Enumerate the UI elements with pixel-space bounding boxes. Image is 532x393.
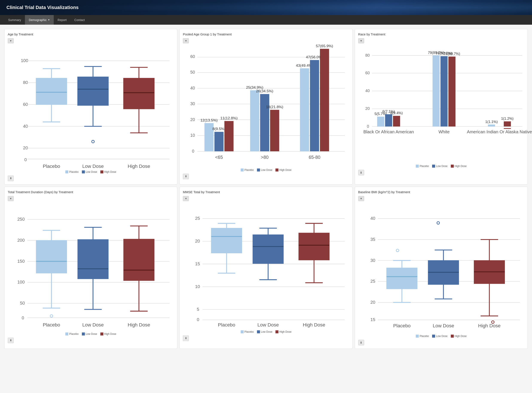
svg-rect-57 <box>260 94 269 151</box>
nav-demographic[interactable]: Demographic ▼ <box>25 15 54 25</box>
duration-download-btn[interactable]: ⬇ <box>8 338 14 343</box>
svg-rect-86 <box>432 55 440 126</box>
svg-text:15: 15 <box>195 261 200 266</box>
svg-text:40: 40 <box>23 124 28 128</box>
race-legend: Placebo Low Dose High Dose <box>358 165 524 168</box>
svg-text:0: 0 <box>197 317 199 322</box>
svg-text:35: 35 <box>370 237 375 242</box>
svg-text:High Dose: High Dose <box>128 164 150 169</box>
bmi-download-btn[interactable]: ⬇ <box>358 340 364 345</box>
svg-text:40: 40 <box>365 88 370 93</box>
svg-text:50: 50 <box>190 70 195 74</box>
pooled-age-dropdown-btn[interactable]: ▼ <box>183 38 189 43</box>
duration-dropdown-btn[interactable]: ▼ <box>8 196 14 201</box>
charts-grid: Age by Treatment ▼ 100 80 60 40 20 0 <box>4 29 528 349</box>
mmse-download-btn[interactable]: ⬇ <box>183 335 189 341</box>
svg-text:20: 20 <box>365 106 370 111</box>
svg-text:30: 30 <box>190 102 195 106</box>
svg-text:Low Dose: Low Dose <box>82 322 104 328</box>
baseline-bmi-chart: 40 35 30 25 20 15 <box>358 203 524 332</box>
pooled-age-title: Pooled Age Group 1 by Treatment <box>183 32 349 36</box>
svg-text:5: 5 <box>197 307 199 311</box>
svg-text:11(12.8%): 11(12.8%) <box>221 116 238 120</box>
svg-text:20: 20 <box>190 118 195 122</box>
svg-text:100: 100 <box>21 58 28 63</box>
mmse-dropdown-btn[interactable]: ▼ <box>183 196 189 201</box>
svg-text:20: 20 <box>370 300 375 305</box>
svg-rect-59 <box>270 110 279 151</box>
baseline-bmi-title: Baseline BMI (kg/m^2) by Treatment <box>358 190 524 194</box>
svg-text:Low Dose: Low Dose <box>257 322 279 328</box>
baseline-bmi-card: Baseline BMI (kg/m^2) by Treatment ▼ 40 … <box>355 187 528 349</box>
svg-text:30: 30 <box>370 258 375 263</box>
svg-text:0: 0 <box>22 315 24 320</box>
pooled-age-download-btn[interactable]: ⬇ <box>183 174 189 179</box>
svg-rect-52 <box>225 121 234 151</box>
bmi-legend: Placebo Low Dose High Dose <box>358 335 524 338</box>
svg-text:200: 200 <box>17 238 25 243</box>
svg-text:100: 100 <box>17 280 25 284</box>
nav-contact[interactable]: Contact <box>70 15 89 25</box>
age-legend: Placebo Low Dose High Dose <box>8 170 174 173</box>
bmi-dropdown-btn[interactable]: ▼ <box>358 196 364 201</box>
mmse-total-title: MMSE Total by Treatment <box>183 190 349 194</box>
legend-high-dose: High Dose <box>100 170 116 173</box>
treatment-duration-title: Total Treatment Duration (Days) by Treat… <box>8 190 174 194</box>
svg-text:76(89.7%): 76(89.7%) <box>444 52 460 56</box>
pooled-age-legend: Placebo Low Dose High Dose <box>183 168 349 172</box>
svg-text:40: 40 <box>370 216 375 221</box>
svg-text:40: 40 <box>190 86 195 90</box>
svg-rect-88 <box>441 56 447 127</box>
svg-text:80: 80 <box>23 80 28 85</box>
navigation: Summary Demographic ▼ Report Contact <box>0 15 532 25</box>
pooled-age-card: Pooled Age Group 1 by Treatment ▼ 60 50 … <box>179 29 352 185</box>
age-by-treatment-chart: 100 80 60 40 20 0 Placebo <box>8 45 174 168</box>
svg-text:80: 80 <box>365 53 370 58</box>
svg-rect-62 <box>300 68 309 151</box>
treatment-duration-card: Total Treatment Duration (Days) by Treat… <box>4 187 177 349</box>
svg-text:25: 25 <box>195 216 200 221</box>
mmse-total-card: MMSE Total by Treatment ▼ 25 20 15 10 5 … <box>179 187 352 349</box>
race-by-treatment-title: Race by Treatment <box>358 32 524 36</box>
svg-text:Black Or African American: Black Or African American <box>363 129 414 134</box>
page-title: Clinical Trial Data Visualizations <box>6 5 79 10</box>
svg-text:Low Dose: Low Dose <box>82 164 104 169</box>
svg-rect-122 <box>78 240 108 279</box>
svg-rect-83 <box>393 116 400 127</box>
mmse-legend: Placebo Low Dose High Dose <box>183 330 349 333</box>
nav-report[interactable]: Report <box>54 15 70 25</box>
placebo-color <box>65 170 68 173</box>
race-by-treatment-card: Race by Treatment ▼ 80 60 40 20 0 5(5.7%… <box>355 29 528 185</box>
svg-rect-64 <box>310 60 319 151</box>
chevron-down-icon: ▼ <box>48 19 50 21</box>
svg-text:0: 0 <box>192 149 195 153</box>
svg-text:250: 250 <box>17 217 25 221</box>
svg-rect-181 <box>386 268 417 289</box>
svg-rect-55 <box>250 90 260 151</box>
svg-text:10: 10 <box>190 133 195 138</box>
high-dose-color <box>100 170 103 173</box>
svg-point-185 <box>396 249 399 251</box>
svg-rect-96 <box>504 122 511 127</box>
svg-text:8(9.5%): 8(9.5%) <box>212 127 226 131</box>
svg-rect-81 <box>385 114 392 126</box>
svg-text:8(9.4%): 8(9.4%) <box>390 111 403 115</box>
svg-point-118 <box>50 315 53 317</box>
nav-summary[interactable]: Summary <box>4 15 25 25</box>
main-content: Age by Treatment ▼ 100 80 60 40 20 0 <box>0 25 532 353</box>
svg-rect-148 <box>211 228 242 253</box>
svg-text:18(21.8%): 18(21.8%) <box>266 105 283 109</box>
age-by-treatment-card: Age by Treatment ▼ 100 80 60 40 20 0 <box>4 29 177 185</box>
legend-placebo: Placebo <box>65 170 78 173</box>
svg-rect-21 <box>78 77 108 105</box>
svg-text:15: 15 <box>370 317 375 322</box>
svg-text:Placebo: Placebo <box>43 164 60 169</box>
age-dropdown-btn[interactable]: ▼ <box>8 38 14 43</box>
svg-text:<65: <65 <box>215 155 223 160</box>
age-download-btn[interactable]: ⬇ <box>8 176 14 181</box>
svg-text:20: 20 <box>195 239 200 243</box>
race-download-btn[interactable]: ⬇ <box>358 170 364 175</box>
race-dropdown-btn[interactable]: ▼ <box>358 38 364 43</box>
svg-point-193 <box>437 221 439 224</box>
svg-text:60: 60 <box>190 54 195 59</box>
